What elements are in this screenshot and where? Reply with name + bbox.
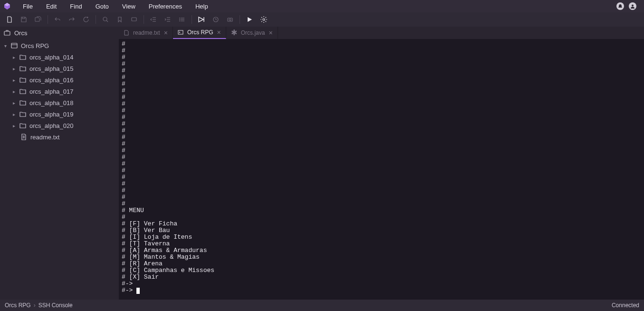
tree-item-label: orcs_alpha_017 [29,88,74,95]
tab-bar: readme.txt × Orcs RPG × ✱ Orcs.java × [119,27,644,39]
play-button[interactable] [243,14,256,25]
chevron-right-icon: ▸ [11,55,16,60]
file-icon [124,30,129,36]
tab-orcs-rpg[interactable]: Orcs RPG × [173,27,226,39]
run-button[interactable] [195,14,208,25]
search-button[interactable] [99,14,112,25]
tree-folder[interactable]: ▸orcs_alpha_018 [0,97,119,108]
cursor [136,288,140,294]
folder-icon [19,88,27,95]
refresh-button[interactable] [79,14,93,25]
tree-item-label: orcs_alpha_014 [29,54,74,61]
notifications-icon[interactable] [616,2,624,10]
tree-item-label: orcs_alpha_018 [29,99,74,107]
camera-button[interactable] [223,14,237,25]
close-icon[interactable]: × [164,29,168,37]
tree-root[interactable]: ▾ Orcs RPG [0,40,119,51]
svg-point-15 [179,20,180,21]
tree-root-label: Orcs RPG [21,42,49,49]
menu-goto[interactable]: Goto [89,1,115,12]
save-button[interactable] [17,14,30,25]
svg-point-13 [179,18,180,19]
history-button[interactable] [209,14,222,25]
list-button[interactable] [175,14,189,25]
project-header[interactable]: Orcs [0,27,119,39]
folder-icon [19,65,27,72]
briefcase-icon [4,30,10,36]
menu-file[interactable]: File [16,1,39,12]
redo-button[interactable] [65,14,78,25]
unsaved-icon: ✱ [231,29,237,37]
account-icon[interactable] [629,2,636,10]
toolbar [0,12,644,27]
file-tree: ▾ Orcs RPG ▸orcs_alpha_014▸orcs_alpha_01… [0,39,119,300]
tab-readme[interactable]: readme.txt × [119,27,173,39]
tab-orcs-java[interactable]: ✱ Orcs.java × [226,27,278,39]
tab-label: Orcs RPG [187,29,213,36]
project-label: Orcs [14,29,27,37]
svg-rect-22 [11,43,17,48]
svg-point-19 [229,19,231,21]
svg-rect-21 [4,31,10,35]
svg-line-2 [106,20,108,22]
svg-point-20 [263,19,265,20]
folder-icon [19,111,27,117]
tree-item-label: orcs_alpha_015 [29,65,74,72]
close-icon[interactable]: × [269,29,272,37]
terminal-icon [178,29,183,35]
chevron-down-icon: ▾ [3,43,8,49]
toolbar-separator [144,15,144,24]
comment-button[interactable] [127,14,141,25]
menu-edit[interactable]: Edit [39,1,63,12]
editor-area: readme.txt × Orcs RPG × ✱ Orcs.java × # … [119,27,644,300]
statusbar: Orcs RPG › SSH Console Connected [0,300,644,311]
menu-help[interactable]: Help [189,1,215,12]
toolbar-separator [96,15,96,24]
status-context-1: Orcs RPG [5,302,31,309]
status-context-2: SSH Console [38,302,73,309]
svg-point-1 [103,17,107,21]
indent-button[interactable] [161,14,174,25]
folder-icon [19,99,27,106]
save-all-button[interactable] [31,14,45,25]
tree-item-label: readme.txt [30,134,59,141]
menu-view[interactable]: View [115,1,142,12]
project-icon [10,42,18,49]
tree-item-label: orcs_alpha_020 [29,122,74,129]
tab-label: readme.txt [133,29,160,36]
menu-find[interactable]: Find [63,1,88,12]
tree-folder[interactable]: ▸orcs_alpha_016 [0,74,119,86]
chevron-right-icon: ▸ [11,78,16,83]
tree-folder[interactable]: ▸orcs_alpha_015 [0,63,119,74]
chevron-right-icon: ▸ [11,123,16,128]
svg-rect-3 [132,18,136,21]
tab-label: Orcs.java [241,29,265,36]
status-connection: Connected [612,302,639,309]
file-icon [20,134,28,140]
tree-folder[interactable]: ▸orcs_alpha_014 [0,51,119,63]
tree-folder[interactable]: ▸orcs_alpha_017 [0,86,119,97]
settings-button[interactable] [257,14,270,25]
undo-button[interactable] [51,14,64,25]
bookmark-button[interactable] [113,14,126,25]
file-tree-sidebar: Orcs ▾ Orcs RPG ▸orcs_alpha_014▸orcs_alp… [0,27,119,300]
editor-content[interactable]: # # # # # # # # # # # # # # # # # # # # … [119,39,644,300]
chevron-right-icon: ▸ [11,100,16,106]
menubar: File Edit Find Goto View Preferences Hel… [0,0,644,12]
toolbar-separator [48,15,48,24]
folder-icon [19,122,27,129]
chevron-right-icon: › [34,302,36,309]
toolbar-separator [240,15,240,24]
new-file-button[interactable] [3,14,16,25]
tree-item-label: orcs_alpha_019 [29,111,74,118]
folder-icon [19,77,27,83]
chevron-right-icon: ▸ [11,89,16,94]
tree-file[interactable]: readme.txt [0,131,119,143]
chevron-right-icon: ▸ [11,66,16,71]
close-icon[interactable]: × [217,29,221,36]
tree-folder[interactable]: ▸orcs_alpha_019 [0,108,119,120]
tree-folder[interactable]: ▸orcs_alpha_020 [0,120,119,131]
svg-point-14 [179,19,180,20]
menu-preferences[interactable]: Preferences [142,1,189,12]
outdent-button[interactable] [147,14,160,25]
